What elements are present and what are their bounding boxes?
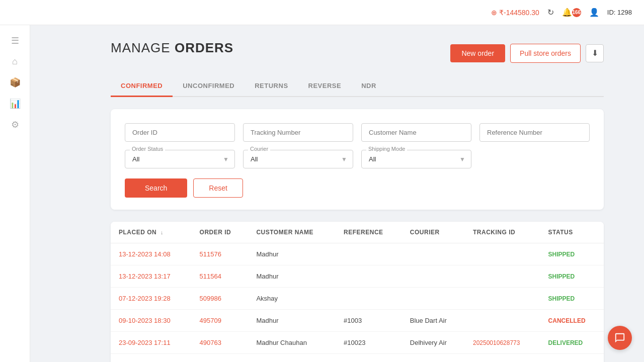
cell-order-id[interactable]: 495709 xyxy=(192,310,249,332)
cell-order-id[interactable]: 511576 xyxy=(192,243,249,265)
cell-order-id[interactable]: 490763 xyxy=(192,332,249,354)
cell-placed-on: 23-09-2023 17:11 xyxy=(111,332,192,354)
sidebar-chart-icon[interactable]: 📊 xyxy=(10,98,21,109)
cell-order-id[interactable]: 511564 xyxy=(192,265,249,288)
table-row: 23-09-2023 17:11 490763 Madhur Chauhan #… xyxy=(111,332,604,354)
cell-courier xyxy=(402,288,465,310)
cell-placed-on: 13-12-2023 13:17 xyxy=(111,265,192,288)
cell-customer-name: Akshay xyxy=(248,288,336,310)
order-status-select[interactable]: All xyxy=(125,150,235,168)
order-id-input[interactable] xyxy=(125,123,235,142)
tab-confirmed[interactable]: CONFIRMED xyxy=(111,76,173,97)
tab-unconfirmed[interactable]: UNCONFIRMED xyxy=(173,76,245,97)
table-row: 23-09-2023 14:24 490734 Madhur Chauhan #… xyxy=(111,354,604,363)
shipping-mode-select-wrap: Shipping Mode All ▼ xyxy=(361,150,471,168)
tabs-container: CONFIRMED UNCONFIRMED RETURNS REVERSE ND… xyxy=(111,76,604,97)
shipping-mode-select[interactable]: All xyxy=(361,150,471,168)
sidebar-settings-icon[interactable]: ⚙ xyxy=(11,119,19,130)
cell-tracking-id xyxy=(465,243,540,265)
col-order-id: ORDER ID xyxy=(192,222,249,243)
cell-reference xyxy=(336,288,402,310)
reset-button[interactable]: Reset xyxy=(193,178,243,198)
filter-buttons: Search Reset xyxy=(125,178,590,198)
col-placed-on[interactable]: PLACED ON ↓ xyxy=(111,222,192,243)
cell-order-id[interactable]: 490734 xyxy=(192,354,249,363)
tab-ndr[interactable]: NDR xyxy=(351,76,386,97)
filter-panel: Order Status All ▼ Courier All ▼ xyxy=(111,109,604,210)
user-id: ID: 1298 xyxy=(607,9,632,16)
cell-tracking-id xyxy=(465,288,540,310)
bell-icon: 🔔 xyxy=(562,8,572,17)
download-icon: ⬇ xyxy=(592,48,598,58)
col-tracking-id: TRACKING ID xyxy=(465,222,540,243)
tab-returns[interactable]: RETURNS xyxy=(245,76,298,97)
cell-customer-name: Madhur Chauhan xyxy=(248,354,336,363)
cell-tracking-id xyxy=(465,310,540,332)
cell-customer-name: Madhur xyxy=(248,310,336,332)
pull-store-button[interactable]: Pull store orders xyxy=(510,44,581,63)
search-button[interactable]: Search xyxy=(125,178,187,198)
customer-name-input[interactable] xyxy=(361,123,471,142)
sidebar: ☰ ⌂ 📦 📊 ⚙ xyxy=(0,25,30,362)
table-row: 13-12-2023 13:17 511564 Madhur SHIPPED xyxy=(111,265,604,288)
balance-amount: ₹-144580.30 xyxy=(499,9,539,17)
courier-label: Courier xyxy=(248,146,270,152)
tracking-number-input[interactable] xyxy=(243,123,353,142)
page-header: MANAGE ORDERS New order Pull store order… xyxy=(111,40,604,66)
cell-courier: Blue Dart Air xyxy=(402,310,465,332)
sidebar-home-icon[interactable]: ⌂ xyxy=(12,56,18,67)
order-status-select-wrap: Order Status All ▼ xyxy=(125,150,235,168)
shipping-mode-label: Shipping Mode xyxy=(366,146,407,152)
chat-icon xyxy=(614,332,625,343)
col-reference: REFERENCE xyxy=(336,222,402,243)
cell-customer-name: Madhur xyxy=(248,243,336,265)
cell-tracking-id[interactable]: 20250010628773 xyxy=(465,332,540,354)
cell-courier: Blue Dart Air xyxy=(402,354,465,363)
table-row: 07-12-2023 19:28 509986 Akshay SHIPPED xyxy=(111,288,604,310)
new-order-button[interactable]: New order xyxy=(450,44,505,62)
sidebar-box-icon[interactable]: 📦 xyxy=(10,77,21,88)
reference-number-input[interactable] xyxy=(479,123,590,142)
col-courier: COURIER xyxy=(402,222,465,243)
notification-bell[interactable]: 🔔 166 xyxy=(562,8,581,17)
cell-status: SHIPPED xyxy=(540,288,604,310)
order-status-label: Order Status xyxy=(130,146,165,152)
cell-reference: #10011 xyxy=(336,354,402,363)
sidebar-menu-icon[interactable]: ☰ xyxy=(11,35,19,46)
cell-placed-on: 09-10-2023 18:30 xyxy=(111,310,192,332)
cell-reference xyxy=(336,265,402,288)
header-actions: New order Pull store orders ⬇ xyxy=(450,44,604,63)
tab-reverse[interactable]: REVERSE xyxy=(298,76,352,97)
table-header-row: PLACED ON ↓ ORDER ID CUSTOMER NAME REFER… xyxy=(111,222,604,243)
cell-reference: #1003 xyxy=(336,310,402,332)
download-button[interactable]: ⬇ xyxy=(586,44,604,62)
balance-display[interactable]: ⊕ ₹-144580.30 xyxy=(491,9,539,17)
top-navigation: ⊕ ₹-144580.30 ↻ 🔔 166 👤 ID: 1298 xyxy=(0,0,644,25)
table-row: 13-12-2023 14:08 511576 Madhur SHIPPED xyxy=(111,243,604,265)
cell-customer-name: Madhur Chauhan xyxy=(248,332,336,354)
cell-order-id[interactable]: 509986 xyxy=(192,288,249,310)
user-avatar-icon[interactable]: 👤 xyxy=(589,8,599,17)
cell-status: CANCELLED xyxy=(540,310,604,332)
notification-count: 166 xyxy=(572,8,581,17)
col-customer-name: CUSTOMER NAME xyxy=(248,222,336,243)
orders-table-wrap: PLACED ON ↓ ORDER ID CUSTOMER NAME REFER… xyxy=(111,222,604,362)
cell-placed-on: 23-09-2023 14:24 xyxy=(111,354,192,363)
balance-icon: ⊕ xyxy=(491,9,497,17)
col-status: STATUS xyxy=(540,222,604,243)
cell-status: DELIVERED xyxy=(540,332,604,354)
cell-status: SHIPPED xyxy=(540,265,604,288)
cell-status: SHIPPED xyxy=(540,354,604,363)
cell-tracking-id[interactable]: 81385943365 xyxy=(465,354,540,363)
refresh-icon[interactable]: ↻ xyxy=(547,8,554,17)
page-title: MANAGE ORDERS xyxy=(111,40,233,56)
courier-select[interactable]: All xyxy=(243,150,353,168)
courier-select-wrap: Courier All ▼ xyxy=(243,150,353,168)
cell-customer-name: Madhur xyxy=(248,265,336,288)
cell-tracking-id xyxy=(465,265,540,288)
chat-button[interactable] xyxy=(608,326,632,350)
cell-status: SHIPPED xyxy=(540,243,604,265)
sort-icon: ↓ xyxy=(160,229,164,235)
cell-placed-on: 07-12-2023 19:28 xyxy=(111,288,192,310)
cell-placed-on: 13-12-2023 14:08 xyxy=(111,243,192,265)
